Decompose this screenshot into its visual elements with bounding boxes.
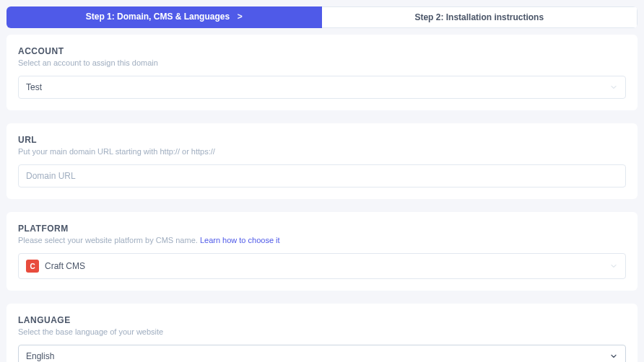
wizard-steps: Step 1: Domain, CMS & Languages > Step 2… bbox=[6, 6, 638, 28]
step-2-label: Step 2: Installation instructions bbox=[414, 12, 544, 22]
language-desc: Select the base language of your website bbox=[18, 327, 626, 336]
url-card: URL Put your main domain URL starting wi… bbox=[6, 123, 638, 199]
platform-learn-link[interactable]: Learn how to choose it bbox=[200, 236, 280, 244]
platform-card: PLATFORM Please select your website plat… bbox=[6, 212, 638, 291]
chevron-down-icon bbox=[609, 352, 618, 361]
chevron-right-icon: > bbox=[232, 12, 243, 22]
platform-select[interactable]: C Craft CMS bbox=[18, 253, 626, 279]
platform-title: PLATFORM bbox=[18, 224, 626, 234]
account-desc: Select an account to assign this domain bbox=[18, 58, 626, 67]
url-desc: Put your main domain URL starting with h… bbox=[18, 147, 626, 156]
platform-desc-text: Please select your website platform by C… bbox=[18, 236, 200, 244]
step-2-tab[interactable]: Step 2: Installation instructions bbox=[322, 6, 638, 28]
step-1-label: Step 1: Domain, CMS & Languages bbox=[86, 12, 230, 22]
language-title: LANGUAGE bbox=[18, 315, 626, 325]
language-card: LANGUAGE Select the base language of you… bbox=[6, 304, 638, 362]
craftcms-icon: C bbox=[26, 260, 39, 273]
chevron-down-icon bbox=[609, 262, 618, 270]
platform-select-value: C Craft CMS bbox=[26, 260, 85, 273]
account-select[interactable]: Test bbox=[18, 76, 626, 99]
language-select-value: English bbox=[26, 351, 54, 361]
account-select-value: Test bbox=[26, 82, 42, 92]
account-card: ACCOUNT Select an account to assign this… bbox=[6, 35, 638, 110]
account-title: ACCOUNT bbox=[18, 46, 626, 56]
url-title: URL bbox=[18, 135, 626, 145]
platform-value-label: Craft CMS bbox=[45, 261, 85, 271]
language-select[interactable]: English bbox=[18, 345, 626, 362]
url-input[interactable] bbox=[26, 171, 618, 181]
chevron-down-icon bbox=[609, 83, 618, 92]
platform-desc: Please select your website platform by C… bbox=[18, 236, 626, 244]
url-input-wrapper bbox=[18, 164, 626, 187]
step-1-tab[interactable]: Step 1: Domain, CMS & Languages > bbox=[6, 6, 322, 28]
